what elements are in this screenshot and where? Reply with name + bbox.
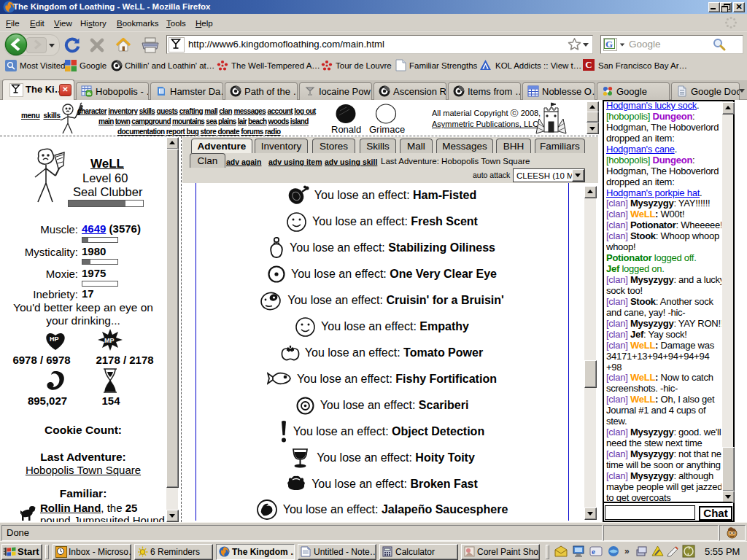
svg-text:MP: MP xyxy=(104,337,115,344)
svg-text:G: G xyxy=(605,39,613,49)
svg-text:HP: HP xyxy=(50,335,59,343)
svg-text:e: e xyxy=(592,547,595,556)
